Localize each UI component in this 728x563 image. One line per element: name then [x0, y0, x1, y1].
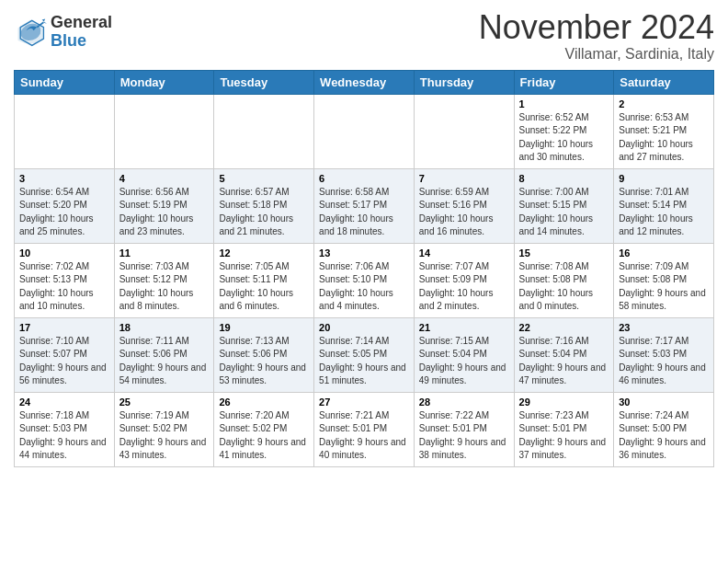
weekday-header-saturday: Saturday: [614, 70, 714, 94]
day-number: 1: [519, 98, 609, 109]
day-number: 12: [219, 247, 309, 259]
weekday-header-wednesday: Wednesday: [314, 70, 415, 94]
day-cell: 18Sunrise: 7:11 AM Sunset: 5:06 PM Dayli…: [114, 317, 214, 392]
day-cell: 29Sunrise: 7:23 AM Sunset: 5:01 PM Dayli…: [514, 392, 614, 466]
day-cell: 4Sunrise: 6:56 AM Sunset: 5:19 PM Daylig…: [114, 168, 214, 243]
day-info: Sunrise: 7:07 AM Sunset: 5:09 PM Dayligh…: [419, 260, 509, 314]
page: General Blue November 2024 Villamar, Sar…: [0, 0, 728, 481]
logo-icon: [14, 16, 47, 49]
day-number: 13: [319, 247, 409, 259]
logo-general-text: General: [51, 14, 112, 32]
day-info: Sunrise: 7:08 AM Sunset: 5:08 PM Dayligh…: [519, 260, 609, 314]
day-info: Sunrise: 7:23 AM Sunset: 5:01 PM Dayligh…: [519, 409, 609, 463]
day-cell: 2Sunrise: 6:53 AM Sunset: 5:21 PM Daylig…: [614, 94, 714, 168]
day-info: Sunrise: 6:54 AM Sunset: 5:20 PM Dayligh…: [19, 186, 109, 239]
day-cell: [214, 94, 314, 168]
day-number: 30: [619, 396, 709, 408]
day-info: Sunrise: 7:06 AM Sunset: 5:10 PM Dayligh…: [319, 260, 409, 314]
day-number: 15: [519, 247, 609, 259]
day-cell: 9Sunrise: 7:01 AM Sunset: 5:14 PM Daylig…: [614, 168, 714, 243]
day-info: Sunrise: 7:22 AM Sunset: 5:01 PM Dayligh…: [419, 409, 509, 463]
day-info: Sunrise: 7:18 AM Sunset: 5:03 PM Dayligh…: [19, 409, 109, 463]
day-info: Sunrise: 6:57 AM Sunset: 5:18 PM Dayligh…: [219, 186, 309, 239]
day-cell: 24Sunrise: 7:18 AM Sunset: 5:03 PM Dayli…: [15, 392, 115, 466]
day-number: 28: [419, 396, 509, 408]
day-cell: 1Sunrise: 6:52 AM Sunset: 5:22 PM Daylig…: [514, 94, 614, 168]
day-number: 25: [119, 396, 210, 408]
day-cell: 25Sunrise: 7:19 AM Sunset: 5:02 PM Dayli…: [114, 392, 214, 466]
day-info: Sunrise: 7:10 AM Sunset: 5:07 PM Dayligh…: [19, 335, 109, 388]
day-cell: 11Sunrise: 7:03 AM Sunset: 5:12 PM Dayli…: [114, 243, 214, 317]
day-info: Sunrise: 7:17 AM Sunset: 5:03 PM Dayligh…: [619, 335, 709, 388]
day-info: Sunrise: 7:24 AM Sunset: 5:00 PM Dayligh…: [619, 409, 709, 463]
day-number: 11: [119, 247, 210, 259]
day-number: 14: [419, 247, 509, 259]
day-number: 27: [319, 396, 409, 408]
weekday-header-row: SundayMondayTuesdayWednesdayThursdayFrid…: [15, 70, 714, 94]
day-number: 19: [219, 322, 309, 333]
day-number: 24: [19, 396, 109, 408]
day-number: 2: [619, 98, 709, 109]
logo-text: General Blue: [51, 14, 112, 51]
day-cell: 10Sunrise: 7:02 AM Sunset: 5:13 PM Dayli…: [15, 243, 115, 317]
day-number: 6: [319, 173, 409, 184]
day-cell: 28Sunrise: 7:22 AM Sunset: 5:01 PM Dayli…: [414, 392, 514, 466]
day-number: 29: [519, 396, 609, 408]
weekday-header-friday: Friday: [514, 70, 614, 94]
day-info: Sunrise: 7:01 AM Sunset: 5:14 PM Dayligh…: [619, 186, 709, 239]
week-row-5: 24Sunrise: 7:18 AM Sunset: 5:03 PM Dayli…: [15, 392, 714, 466]
day-info: Sunrise: 6:59 AM Sunset: 5:16 PM Dayligh…: [419, 186, 509, 239]
day-info: Sunrise: 6:53 AM Sunset: 5:21 PM Dayligh…: [619, 111, 709, 165]
day-cell: 21Sunrise: 7:15 AM Sunset: 5:04 PM Dayli…: [414, 317, 514, 392]
day-number: 4: [119, 173, 210, 184]
day-cell: 14Sunrise: 7:07 AM Sunset: 5:09 PM Dayli…: [414, 243, 514, 317]
day-number: 8: [519, 173, 609, 184]
header: General Blue November 2024 Villamar, Sar…: [14, 9, 714, 63]
day-number: 5: [219, 173, 309, 184]
weekday-header-tuesday: Tuesday: [214, 70, 314, 94]
day-info: Sunrise: 7:02 AM Sunset: 5:13 PM Dayligh…: [19, 260, 109, 314]
day-info: Sunrise: 6:52 AM Sunset: 5:22 PM Dayligh…: [519, 111, 609, 165]
day-info: Sunrise: 7:16 AM Sunset: 5:04 PM Dayligh…: [519, 335, 609, 388]
day-info: Sunrise: 7:03 AM Sunset: 5:12 PM Dayligh…: [119, 260, 210, 314]
day-cell: 30Sunrise: 7:24 AM Sunset: 5:00 PM Dayli…: [614, 392, 714, 466]
day-info: Sunrise: 6:56 AM Sunset: 5:19 PM Dayligh…: [119, 186, 210, 239]
day-number: 16: [619, 247, 709, 259]
day-cell: 3Sunrise: 6:54 AM Sunset: 5:20 PM Daylig…: [15, 168, 115, 243]
day-number: 21: [419, 322, 509, 333]
location: Villamar, Sardinia, Italy: [479, 46, 714, 63]
calendar-table: SundayMondayTuesdayWednesdayThursdayFrid…: [14, 70, 714, 467]
day-cell: 8Sunrise: 7:00 AM Sunset: 5:15 PM Daylig…: [514, 168, 614, 243]
week-row-2: 3Sunrise: 6:54 AM Sunset: 5:20 PM Daylig…: [15, 168, 714, 243]
week-row-3: 10Sunrise: 7:02 AM Sunset: 5:13 PM Dayli…: [15, 243, 714, 317]
day-number: 23: [619, 322, 709, 333]
day-cell: 26Sunrise: 7:20 AM Sunset: 5:02 PM Dayli…: [214, 392, 314, 466]
day-number: 20: [319, 322, 409, 333]
day-cell: [15, 94, 115, 168]
day-cell: 19Sunrise: 7:13 AM Sunset: 5:06 PM Dayli…: [214, 317, 314, 392]
day-cell: 23Sunrise: 7:17 AM Sunset: 5:03 PM Dayli…: [614, 317, 714, 392]
day-cell: 6Sunrise: 6:58 AM Sunset: 5:17 PM Daylig…: [314, 168, 415, 243]
day-number: 17: [19, 322, 109, 333]
week-row-4: 17Sunrise: 7:10 AM Sunset: 5:07 PM Dayli…: [15, 317, 714, 392]
day-cell: [414, 94, 514, 168]
day-cell: 16Sunrise: 7:09 AM Sunset: 5:08 PM Dayli…: [614, 243, 714, 317]
day-info: Sunrise: 6:58 AM Sunset: 5:17 PM Dayligh…: [319, 186, 409, 239]
day-cell: [314, 94, 415, 168]
day-number: 7: [419, 173, 509, 184]
day-cell: 27Sunrise: 7:21 AM Sunset: 5:01 PM Dayli…: [314, 392, 415, 466]
month-title: November 2024: [479, 9, 714, 46]
day-info: Sunrise: 7:00 AM Sunset: 5:15 PM Dayligh…: [519, 186, 609, 239]
day-number: 3: [19, 173, 109, 184]
day-cell: 17Sunrise: 7:10 AM Sunset: 5:07 PM Dayli…: [15, 317, 115, 392]
day-info: Sunrise: 7:15 AM Sunset: 5:04 PM Dayligh…: [419, 335, 509, 388]
day-cell: 15Sunrise: 7:08 AM Sunset: 5:08 PM Dayli…: [514, 243, 614, 317]
day-cell: 13Sunrise: 7:06 AM Sunset: 5:10 PM Dayli…: [314, 243, 415, 317]
day-info: Sunrise: 7:14 AM Sunset: 5:05 PM Dayligh…: [319, 335, 409, 388]
day-cell: 5Sunrise: 6:57 AM Sunset: 5:18 PM Daylig…: [214, 168, 314, 243]
day-info: Sunrise: 7:11 AM Sunset: 5:06 PM Dayligh…: [119, 335, 210, 388]
day-number: 9: [619, 173, 709, 184]
day-info: Sunrise: 7:05 AM Sunset: 5:11 PM Dayligh…: [219, 260, 309, 314]
week-row-1: 1Sunrise: 6:52 AM Sunset: 5:22 PM Daylig…: [15, 94, 714, 168]
day-number: 22: [519, 322, 609, 333]
